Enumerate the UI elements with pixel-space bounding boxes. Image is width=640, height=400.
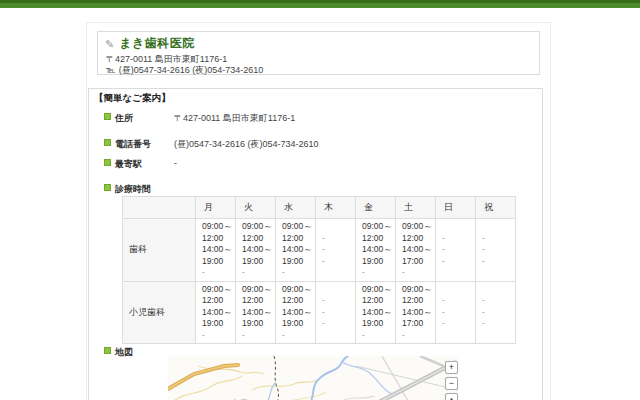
map-graphic: [168, 356, 458, 400]
info-label: 診療時間: [115, 183, 151, 196]
day-header: 火: [236, 197, 276, 219]
hours-cell: ---: [476, 219, 516, 282]
map-extra-control-button[interactable]: ▲: [445, 393, 458, 400]
day-header: 祝: [476, 197, 516, 219]
hours-cell: 09:00～12:0014:00～17:00-: [396, 219, 436, 282]
info-label: 地図: [115, 346, 133, 359]
info-row-station: 最寄駅 -: [0, 158, 640, 172]
day-header: 日: [436, 197, 476, 219]
map-controls: + − ▲: [445, 361, 458, 400]
info-row-phone: 電話番号 (昼)0547-34-2616 (夜)054-734-2610: [0, 138, 640, 152]
hours-cell: ---: [436, 219, 476, 282]
pencil-icon: ✎: [105, 38, 114, 50]
day-header: 水: [276, 197, 316, 219]
bullet-icon: [104, 139, 111, 146]
info-value: -: [174, 158, 177, 168]
info-row-hours: 診療時間: [0, 183, 640, 197]
info-row-address: 住所 〒427-0011 島田市東町1176-1: [0, 112, 640, 126]
bullet-icon: [104, 347, 111, 354]
hours-row: 歯科09:00～12:0014:00～19:00-09:00～12:0014:0…: [123, 219, 516, 282]
map-zoom-in-button[interactable]: +: [445, 361, 458, 374]
day-header: 月: [196, 197, 236, 219]
info-label: 住所: [115, 112, 133, 125]
hours-cell: ---: [316, 219, 356, 282]
clinic-name: まき歯科医院: [119, 35, 195, 52]
day-header: 木: [316, 197, 356, 219]
top-green-bar: [0, 0, 640, 8]
tel-numbers: (昼)0547-34-2616 (夜)054-734-2610: [119, 65, 264, 75]
day-header: 金: [356, 197, 396, 219]
tel-icon: ℡: [106, 65, 116, 75]
department-label: 歯科: [123, 219, 196, 282]
hours-cell: 09:00～12:0014:00～19:00-: [196, 219, 236, 282]
hours-cell: 09:00～12:0014:00～19:00-: [356, 219, 396, 282]
hours-cell: 09:00～12:0014:00～19:00-: [236, 219, 276, 282]
hours-cell: ---: [316, 281, 356, 344]
hours-cell: ---: [436, 281, 476, 344]
info-label: 最寄駅: [115, 158, 142, 171]
info-value: 〒427-0011 島田市東町1176-1: [174, 112, 295, 125]
clinic-title-row: ✎ まき歯科医院: [105, 35, 195, 52]
department-label: 小児歯科: [123, 281, 196, 344]
hours-cell: 09:00～12:0014:00～19:00-: [236, 281, 276, 344]
hours-cell: 09:00～12:0014:00～19:00-: [196, 281, 236, 344]
hours-cell: 09:00～12:0014:00～19:00-: [276, 219, 316, 282]
map-zoom-out-button[interactable]: −: [445, 377, 458, 390]
bullet-icon: [104, 184, 111, 191]
hours-cell: ---: [476, 281, 516, 344]
hours-cell: 09:00～12:0014:00～17:00-: [396, 281, 436, 344]
hours-cell: 09:00～12:0014:00～19:00-: [276, 281, 316, 344]
map[interactable]: [168, 356, 458, 400]
day-header: 土: [396, 197, 436, 219]
info-label: 電話番号: [115, 138, 151, 151]
hours-corner-cell: [123, 197, 196, 219]
page: ✎ まき歯科医院 〒427-0011 島田市東町1176-1 ℡(昼)0547-…: [0, 0, 640, 400]
hours-cell: 09:00～12:0014:00～19:00-: [356, 281, 396, 344]
info-value: (昼)0547-34-2616 (夜)054-734-2610: [174, 138, 319, 151]
bullet-icon: [104, 159, 111, 166]
hours-table: 月火水木金土日祝歯科09:00～12:0014:00～19:00-09:00～1…: [122, 196, 516, 344]
hours-row: 小児歯科09:00～12:0014:00～19:00-09:00～12:0014…: [123, 281, 516, 344]
bullet-icon: [104, 113, 111, 120]
section-title: 【簡単なご案内】: [94, 92, 170, 105]
clinic-tel-line: ℡(昼)0547-34-2616 (夜)054-734-2610: [106, 64, 263, 77]
